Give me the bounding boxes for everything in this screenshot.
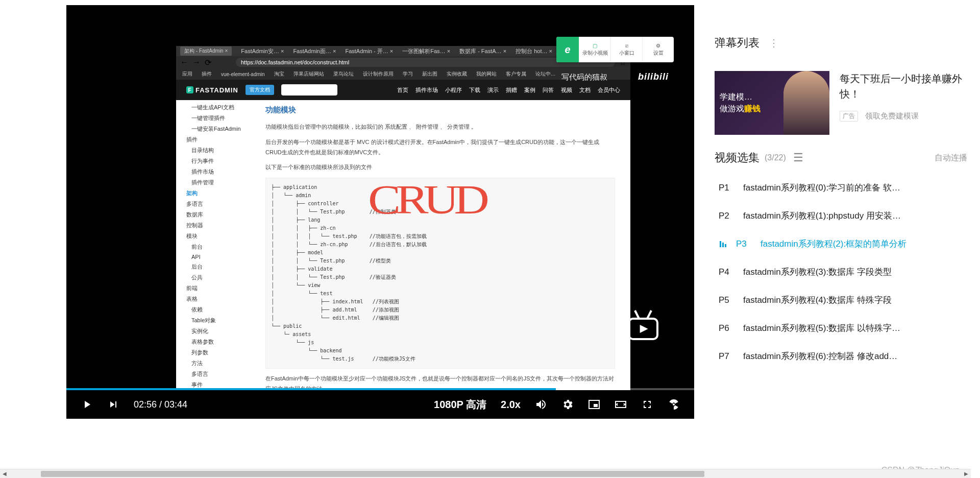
nav-link[interactable]: 首页 <box>397 86 408 94</box>
episode-item[interactable]: P7fastadmin系列教程(6):控制器 修改add… <box>715 342 967 370</box>
sidebar-item[interactable]: 多语言 <box>176 199 250 209</box>
ad-link[interactable]: 领取免费建模课 <box>865 111 919 121</box>
sidebar-item[interactable]: 多语言 <box>176 369 250 379</box>
wide-icon[interactable] <box>615 398 627 411</box>
bilibili-tv-icon[interactable] <box>623 306 664 347</box>
bookmark[interactable]: 新出图 <box>422 70 437 78</box>
browser-tab[interactable]: 一张图解析Fas… × <box>402 47 450 55</box>
ie-icon[interactable]: e <box>556 37 579 62</box>
bookmark[interactable]: 萍果店铺网站 <box>293 70 324 78</box>
sidebar-item[interactable]: 实例化 <box>176 326 250 337</box>
bookmark[interactable]: 设计制作原用 <box>363 70 394 78</box>
bookmark[interactable]: 淘宝 <box>274 70 284 78</box>
nav-link[interactable]: 小程序 <box>445 86 462 94</box>
settings-icon[interactable] <box>561 398 574 411</box>
pip-tool[interactable]: ⎚小窗口 <box>610 37 642 62</box>
bookmark[interactable]: 应用 <box>182 70 192 78</box>
nav-link[interactable]: 会员中心 <box>598 86 620 94</box>
bookmark[interactable]: 学习 <box>403 70 413 78</box>
episode-item[interactable]: P6fastadmin系列教程(5):数据库 以特殊字… <box>715 314 967 342</box>
more-icon[interactable]: ⋮ <box>769 37 779 49</box>
ad-card[interactable]: 学建模…做游戏赚钱 每天下班后一小时接单赚外快！ 广告 领取免费建模课 <box>715 71 967 135</box>
reload-icon[interactable]: ⟳ <box>205 58 211 67</box>
nav-back-icon[interactable]: ← <box>180 58 188 67</box>
nav-link[interactable]: 插件市场 <box>415 86 438 94</box>
video-player[interactable]: 架构 - FastAdmin × FastAdmin安… × FastAdmin… <box>66 5 694 419</box>
nav-link[interactable]: 问答 <box>543 86 554 94</box>
scroll-thumb[interactable] <box>41 471 704 477</box>
nav-link[interactable]: 视频 <box>561 86 572 94</box>
scroll-right-icon[interactable]: ▶ <box>962 469 971 479</box>
sidebar-item[interactable]: 控制器 <box>176 220 250 231</box>
site-logo[interactable]: FFASTADMIN <box>186 86 238 94</box>
sidebar-item[interactable]: Table对象 <box>176 315 250 326</box>
svg-point-5 <box>673 403 675 405</box>
nav-link[interactable]: 下载 <box>469 86 480 94</box>
nav-link[interactable]: 文档 <box>579 86 591 94</box>
bookmark[interactable]: 插件 <box>202 70 212 78</box>
bookmark[interactable]: 菜鸟论坛 <box>333 70 354 78</box>
sidebar-item[interactable]: 依赖 <box>176 304 250 315</box>
sidebar-item[interactable]: 一键生成API文档 <box>176 102 250 113</box>
nav-link[interactable]: 捐赠 <box>506 86 517 94</box>
browser-tab[interactable]: 架构 - FastAdmin × <box>180 46 232 56</box>
player-controls: 02:56 / 03:44 1080P 高清 2.0x <box>66 390 694 419</box>
sidebar-item[interactable]: 插件 <box>176 134 250 145</box>
next-icon[interactable] <box>107 398 119 411</box>
browser-tab[interactable]: FastAdmin安… × <box>241 47 284 55</box>
bookmark[interactable]: 客户专属 <box>506 70 526 78</box>
browser-tab[interactable]: FastAdmin面… × <box>293 47 336 55</box>
sidebar-item[interactable]: 行为事件 <box>176 156 250 166</box>
sidebar-item[interactable]: 公共 <box>176 272 250 283</box>
sidebar-item[interactable]: 目录结构 <box>176 145 250 156</box>
sidebar-item[interactable]: 模块 <box>176 231 250 242</box>
horizontal-scrollbar[interactable]: ◀ ▶ <box>0 469 971 478</box>
radiation-icon[interactable] <box>668 398 680 411</box>
episode-item[interactable]: P5fastadmin系列教程(4):数据库 特殊字段 <box>715 286 967 314</box>
bookmark[interactable]: 我的网站 <box>476 70 497 78</box>
browser-tab[interactable]: 数据库 - FastA… × <box>459 47 506 55</box>
bookmark[interactable]: 论坛中… <box>535 70 556 78</box>
sidebar-item[interactable]: 一键管理插件 <box>176 113 250 124</box>
record-tool[interactable]: ▢录制小视频 <box>579 37 610 62</box>
sidebar-item[interactable]: 前端 <box>176 283 250 294</box>
episode-item[interactable]: P1fastadmin系列教程(0):学习前的准备 软… <box>715 174 967 202</box>
episode-item[interactable]: P4fastadmin系列教程(3):数据库 字段类型 <box>715 258 967 286</box>
site-watermark: bilibili <box>638 71 669 82</box>
autoplay-toggle[interactable]: 自动连播 <box>935 153 967 163</box>
episode-item[interactable]: P3fastadmin系列教程(2):框架的简单分析 <box>715 230 967 258</box>
sidebar-item[interactable]: 后台 <box>176 261 250 272</box>
speed-button[interactable]: 2.0x <box>501 399 521 411</box>
nav-link[interactable]: 案例 <box>524 86 535 94</box>
sidebar-item[interactable]: API <box>176 252 250 261</box>
sidebar-item[interactable]: 方法 <box>176 358 250 369</box>
sidebar-item[interactable]: 表格参数 <box>176 337 250 347</box>
sidebar-item[interactable]: 插件市场 <box>176 166 250 177</box>
quality-button[interactable]: 1080P 高清 <box>434 398 486 412</box>
nav-link[interactable]: 演示 <box>487 86 499 94</box>
scroll-left-icon[interactable]: ◀ <box>0 469 9 479</box>
sidebar-item[interactable]: 前台 <box>176 242 250 252</box>
sidebar-item[interactable]: 列参数 <box>176 347 250 358</box>
episode-item[interactable]: P2fastadmin系列教程(1):phpstudy 用安装… <box>715 202 967 230</box>
sidebar-item[interactable]: 表格 <box>176 294 250 304</box>
browser-tab[interactable]: 控制台 hot… × <box>516 47 552 55</box>
settings-tool[interactable]: ⚙设置 <box>642 37 674 62</box>
sidebar-item[interactable]: 架构 <box>176 188 250 199</box>
list-view-icon[interactable]: ☰ <box>793 151 803 164</box>
volume-icon[interactable] <box>535 398 547 411</box>
sidebar-item[interactable]: 一键安装FastAdmin <box>176 124 250 134</box>
site-search-input[interactable] <box>281 84 337 95</box>
ad-thumbnail: 学建模…做游戏赚钱 <box>715 71 829 135</box>
svg-rect-7 <box>722 243 724 247</box>
sidebar-item[interactable]: 插件管理 <box>176 177 250 188</box>
sidebar-item[interactable]: 数据库 <box>176 209 250 220</box>
bookmark[interactable]: 实例收藏 <box>447 70 467 78</box>
browser-tab[interactable]: FastAdmin - 开… × <box>345 47 393 55</box>
ad-title: 每天下班后一小时接单赚外快！ <box>840 71 967 102</box>
bookmark[interactable]: vue-element-admin <box>221 71 265 77</box>
nav-fwd-icon[interactable]: → <box>192 58 201 67</box>
fullscreen-icon[interactable] <box>641 398 653 411</box>
play-icon[interactable] <box>81 398 93 411</box>
pip-icon[interactable] <box>588 398 600 411</box>
